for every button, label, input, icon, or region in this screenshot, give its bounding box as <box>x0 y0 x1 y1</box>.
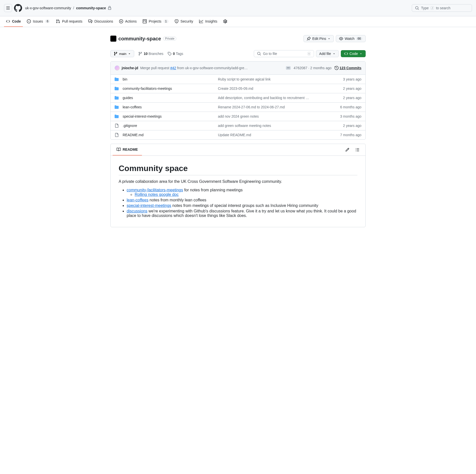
add-file-label: Add file <box>319 52 331 56</box>
go-to-file-label: Go to file <box>263 52 277 56</box>
code-label: Code <box>350 52 358 56</box>
file-icon <box>115 124 119 128</box>
tab-issues[interactable]: Issues 6 <box>25 16 52 27</box>
file-name-link[interactable]: special-interest-meetings <box>123 114 162 118</box>
edit-readme-button[interactable] <box>343 146 351 154</box>
readme-link[interactable]: lean-coffees <box>127 198 148 202</box>
watch-label: Watch <box>345 37 354 41</box>
search-icon <box>257 52 261 56</box>
branches-link[interactable]: 10 Branches <box>138 52 164 56</box>
readme-tab-label: README <box>123 147 138 151</box>
edit-pins-label: Edit Pins <box>312 37 326 41</box>
readme-tab[interactable]: README <box>113 144 142 155</box>
branch-select[interactable]: main <box>110 50 134 57</box>
owner-link[interactable]: uk-x-gov-software-community <box>25 6 71 10</box>
latest-commit: jnioche-jd Merge pull request #42 from u… <box>111 61 365 75</box>
commit-sha[interactable]: 4762087 · 2 months ago <box>294 66 332 70</box>
go-to-file-input[interactable]: Go to file t <box>254 50 314 57</box>
pencil-icon <box>345 148 349 152</box>
repo-title: community-space <box>118 36 161 42</box>
file-listing: jnioche-jd Merge pull request #42 from u… <box>110 61 366 140</box>
tab-settings[interactable] <box>221 16 229 27</box>
search-icon <box>415 6 419 10</box>
file-name-link[interactable]: README.md <box>123 133 143 137</box>
search-input[interactable]: Type / to search <box>412 4 472 12</box>
file-commit-msg[interactable]: add nov 2024 green notes <box>218 114 331 118</box>
tab-insights[interactable]: Insights <box>197 16 219 27</box>
file-name-link[interactable]: guides <box>123 96 133 100</box>
folder-icon <box>115 77 119 81</box>
tab-projects[interactable]: Projects 1 <box>141 16 171 27</box>
commit-message[interactable]: Merge pull request #42 from uk-x-gov-sof… <box>140 66 248 70</box>
file-commit-msg[interactable]: Add description, contributing and backlo… <box>218 96 331 100</box>
readme-title: Community space <box>119 164 357 175</box>
file-nav: main 10 Branches 0 Tags Go to file t Add… <box>110 46 366 61</box>
code-button[interactable]: Code <box>341 50 366 57</box>
readme-body: Community space A private collaboration … <box>111 156 365 227</box>
commits-link[interactable]: 123 Commits <box>335 66 361 70</box>
edit-pins-button[interactable]: Edit Pins <box>303 35 334 42</box>
commits-count: 123 Commits <box>340 66 361 70</box>
author-avatar[interactable] <box>115 65 120 70</box>
repo-link[interactable]: community-space <box>76 6 106 10</box>
file-commit-msg[interactable]: Ruby script to generate agical link <box>218 77 331 81</box>
actions-icon <box>119 19 123 23</box>
branch-icon <box>138 52 142 56</box>
breadcrumb-separator: / <box>73 6 74 10</box>
tags-link[interactable]: 0 Tags <box>168 52 183 56</box>
global-header: uk-x-gov-software-community / community-… <box>0 0 476 16</box>
file-name-link[interactable]: bin <box>123 77 127 81</box>
tab-actions[interactable]: Actions <box>117 16 139 27</box>
hamburger-menu[interactable] <box>4 4 12 12</box>
readme-link[interactable]: Rolling notes google doc <box>135 192 179 197</box>
folder-icon <box>115 114 119 118</box>
file-row: special-interest-meetingsadd nov 2024 gr… <box>111 112 365 121</box>
tab-code[interactable]: Code <box>4 16 23 27</box>
file-name-link[interactable]: lean-coffees <box>123 105 142 109</box>
owner-avatar <box>110 36 116 42</box>
pr-link[interactable]: #42 <box>170 66 176 70</box>
readme-link[interactable]: community-facilitators-meetings <box>127 188 183 192</box>
chevron-down-icon <box>128 52 131 55</box>
tab-actions-label: Actions <box>125 19 137 23</box>
file-age: 2 years ago <box>331 124 361 128</box>
pin-icon <box>307 37 311 41</box>
issues-count: 6 <box>45 20 50 23</box>
eye-icon <box>339 37 343 41</box>
outline-button[interactable] <box>353 146 361 154</box>
github-logo[interactable] <box>14 4 22 12</box>
file-commit-msg[interactable]: Update README.md <box>218 133 331 137</box>
breadcrumb: uk-x-gov-software-community / community-… <box>25 6 112 10</box>
file-commit-msg[interactable]: add green software meeting notes <box>218 124 331 128</box>
tab-security[interactable]: Security <box>173 16 195 27</box>
chevron-down-icon <box>359 52 362 55</box>
code-icon <box>344 52 348 56</box>
commit-ellipsis[interactable]: ••• <box>286 66 291 70</box>
repo-header: community-space Private Edit Pins Watch … <box>110 31 366 46</box>
file-name-link[interactable]: community-facilitators-meetings <box>123 87 172 91</box>
file-commit-msg[interactable]: Rename 2024-27-06.md to 2024-06-27.md <box>218 105 331 109</box>
add-file-button[interactable]: Add file <box>316 50 339 57</box>
file-row: community-facilitators-meetingsCreate 20… <box>111 84 365 93</box>
projects-count: 1 <box>164 20 169 23</box>
readme-item: lean-coffees notes from monthly lean cof… <box>127 198 357 202</box>
search-placeholder-text: Type <box>421 6 429 10</box>
readme-intro: A private collaboration area for the UK … <box>119 179 357 184</box>
file-age: 2 years ago <box>331 87 361 91</box>
list-icon <box>355 148 359 152</box>
file-commit-msg[interactable]: Create 2023-05-09.md <box>218 87 331 91</box>
commit-author[interactable]: jnioche-jd <box>122 66 138 70</box>
readme-link[interactable]: discussions <box>127 209 147 213</box>
watch-button[interactable]: Watch 66 <box>336 35 366 42</box>
file-age: 3 years ago <box>331 77 361 81</box>
tab-discussions[interactable]: Discussions <box>86 16 115 27</box>
file-icon <box>115 133 119 137</box>
discussions-icon <box>88 19 92 23</box>
tab-pulls[interactable]: Pull requests <box>54 16 84 27</box>
pull-request-icon <box>56 19 60 23</box>
file-row: guidesAdd description, contributing and … <box>111 93 365 103</box>
file-age: 7 months ago <box>331 133 361 137</box>
file-name-link[interactable]: .gitignore <box>123 124 137 128</box>
projects-icon <box>143 19 147 23</box>
readme-link[interactable]: special-interest-meetings <box>127 203 171 208</box>
